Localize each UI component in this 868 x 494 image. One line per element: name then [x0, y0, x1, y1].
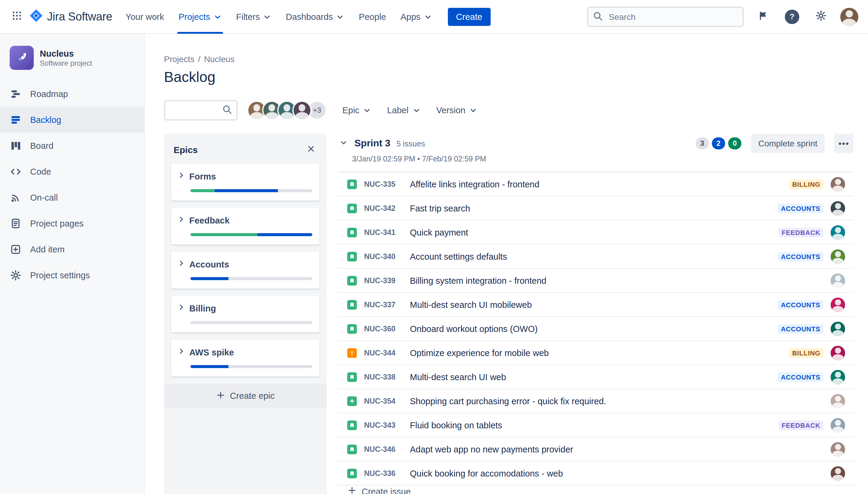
issue-summary: Onboard workout options (OWO)	[410, 324, 771, 334]
app-switcher-grid-icon	[12, 10, 22, 23]
assignee-avatar[interactable]	[831, 369, 845, 384]
settings-button[interactable]	[811, 7, 831, 26]
breadcrumb: Projects / Nucleus	[164, 54, 853, 64]
create-issue-button[interactable]: Create issue	[337, 486, 853, 494]
nav-label: Filters	[236, 12, 260, 21]
dropdown-label: Version	[436, 106, 465, 115]
close-epics-panel-button[interactable]	[304, 142, 318, 157]
nav-projects[interactable]: Projects	[171, 0, 229, 34]
complete-sprint-button[interactable]: Complete sprint	[751, 134, 825, 153]
nav-people[interactable]: People	[352, 0, 393, 34]
assignee-avatar[interactable]	[831, 345, 845, 360]
search-input[interactable]	[587, 6, 744, 27]
nav-apps[interactable]: Apps	[393, 0, 439, 34]
sidebar-item-label: On-call	[30, 192, 58, 202]
assignee-avatar[interactable]	[831, 225, 845, 240]
jira-logo[interactable]: Jira Software	[29, 8, 112, 25]
sprint-more-button[interactable]: •••	[834, 134, 853, 153]
issue-row[interactable]: NUC-341 Quick payment FEEDBACK	[337, 221, 853, 245]
announcements-button[interactable]	[754, 7, 773, 26]
label-filter-dropdown[interactable]: Label	[387, 106, 421, 115]
epic-name: Feedback	[189, 216, 230, 225]
project-type: Software project	[40, 59, 92, 68]
nav-label: People	[359, 12, 386, 21]
assignee-avatar[interactable]	[831, 177, 845, 191]
story-icon	[347, 227, 357, 237]
breadcrumb-separator: /	[198, 54, 200, 64]
version-filter-dropdown[interactable]: Version	[436, 106, 477, 115]
issue-row[interactable]: NUC-360 Onboard workout options (OWO) AC…	[337, 317, 853, 341]
issue-row[interactable]: NUC-338 Multi-dest search UI web ACCOUNT…	[337, 365, 853, 389]
sidebar-item-add-item[interactable]: Add item	[0, 236, 144, 262]
help-button[interactable]: ?	[782, 7, 802, 26]
search-icon	[222, 104, 233, 117]
sidebar-item-project-settings[interactable]: Project settings	[0, 262, 144, 288]
app-switcher-button[interactable]	[7, 7, 26, 26]
assignee-avatar[interactable]	[831, 418, 845, 432]
assignee-avatar[interactable]	[831, 273, 845, 288]
epic-filter-dropdown[interactable]: Epic	[343, 106, 371, 115]
incident-icon: !	[347, 348, 357, 358]
create-epic-button[interactable]: Create epic	[164, 384, 327, 408]
issue-row[interactable]: NUC-343 Fluid booking on tablets FEEDBAC…	[337, 413, 853, 437]
assignee-avatar[interactable]	[831, 201, 845, 215]
epic-card-forms[interactable]: Forms	[171, 164, 319, 201]
assignee-avatar[interactable]	[831, 466, 845, 480]
member-avatar[interactable]	[292, 101, 312, 120]
epic-card-aws-spike[interactable]: AWS spike	[171, 340, 319, 377]
project-title-block: Nucleus Software project	[40, 48, 92, 68]
issue-row[interactable]: NUC-339 Billing system integration - fro…	[337, 269, 853, 293]
breadcrumb-nucleus-link[interactable]: Nucleus	[204, 54, 235, 64]
assignee-avatar[interactable]	[831, 394, 845, 408]
epic-card-feedback[interactable]: Feedback	[171, 208, 319, 245]
board-icon	[10, 139, 22, 152]
sidebar-item-roadmap[interactable]: Roadmap	[0, 81, 144, 107]
issue-row[interactable]: NUC-335 Affelite links integration - fro…	[337, 172, 853, 196]
assignee-avatar[interactable]	[831, 297, 845, 312]
sidebar-item-board[interactable]: Board	[0, 133, 144, 158]
epic-label-lozenge: ACCOUNTS	[778, 251, 824, 261]
assignee-avatar[interactable]	[831, 249, 845, 264]
issue-summary: Billing system integration - frontend	[410, 276, 824, 285]
epic-label-lozenge: ACCOUNTS	[778, 372, 824, 382]
story-icon	[347, 179, 357, 189]
issue-row[interactable]: NUC-342 Fast trip search ACCOUNTS	[337, 196, 853, 221]
issue-row[interactable]: NUC-340 Account settings defaults ACCOUN…	[337, 245, 853, 269]
issue-key: NUC-341	[364, 228, 403, 236]
nav-your-work[interactable]: Your work	[118, 0, 171, 34]
assignee-avatar[interactable]	[831, 442, 845, 456]
breadcrumb-projects-link[interactable]: Projects	[164, 54, 195, 64]
epic-card-billing[interactable]: Billing	[171, 296, 319, 332]
global-search	[587, 6, 744, 27]
sidebar-item-oncall[interactable]: On-call	[0, 184, 144, 210]
issue-row[interactable]: NUC-336 Quick booking for accomodations …	[337, 461, 853, 486]
nav-filters[interactable]: Filters	[229, 0, 278, 34]
issue-row[interactable]: ! NUC-344 Optimize experience for mobile…	[337, 341, 853, 365]
sidebar-item-project-pages[interactable]: Project pages	[0, 210, 144, 236]
create-button[interactable]: Create	[447, 7, 491, 25]
sidebar-item-code[interactable]: Code	[0, 158, 144, 184]
sidebar-item-backlog[interactable]: Backlog	[0, 107, 144, 133]
story-icon	[347, 444, 357, 454]
issue-row[interactable]: NUC-346 Adapt web app no new payments pr…	[337, 437, 853, 461]
collapse-sprint-button[interactable]	[337, 137, 350, 149]
issue-row[interactable]: NUC-337 Multi-dest search UI mobileweb A…	[337, 293, 853, 317]
primary-nav: Your work Projects Filters Dashboards Pe…	[118, 0, 439, 34]
issue-row[interactable]: + NUC-354 Shopping cart purchasing error…	[337, 389, 853, 413]
project-header[interactable]: Nucleus Software project	[0, 46, 144, 81]
nav-dashboards[interactable]: Dashboards	[278, 0, 351, 34]
sprint-dates: 3/Jan/19 02:59 PM • 7/Feb/19 02:59 PM	[352, 155, 853, 163]
chevron-down-icon	[469, 106, 477, 114]
assignee-avatar[interactable]	[831, 321, 845, 336]
epic-card-accounts[interactable]: Accounts	[171, 252, 319, 289]
jira-logo-icon	[29, 8, 43, 25]
chevron-down-icon	[423, 12, 432, 21]
user-avatar[interactable]	[840, 7, 858, 25]
backlog-main: Projects / Nucleus Backlog +3	[145, 34, 868, 494]
flag-icon	[758, 10, 769, 23]
issue-summary: Adapt web app no new payments provider	[410, 444, 824, 454]
plus-icon	[347, 486, 357, 494]
sidebar-item-label: Add item	[30, 244, 64, 254]
issue-summary: Account settings defaults	[410, 251, 771, 261]
create-epic-label: Create epic	[230, 391, 275, 401]
